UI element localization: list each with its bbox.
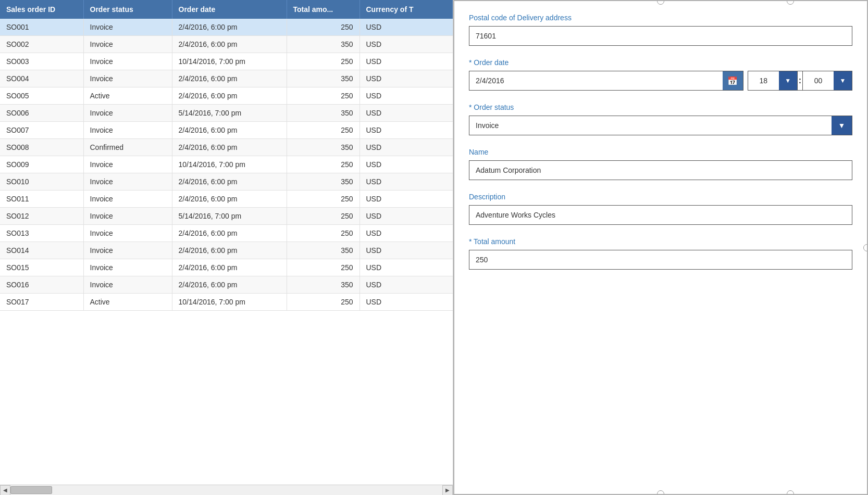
scroll-left-arrow[interactable]: ◀: [0, 485, 10, 496]
order-status-input[interactable]: [469, 116, 832, 135]
resize-handle-bottom-center[interactable]: [657, 490, 664, 495]
cell-so005-col2: 2/4/2016, 6:00 pm: [172, 87, 287, 105]
col-header-currency: Currency of T: [359, 0, 453, 19]
cell-so008-col1: Confirmed: [83, 139, 172, 156]
cell-so004-col2: 2/4/2016, 6:00 pm: [172, 70, 287, 87]
resize-handle-top-right[interactable]: [787, 0, 794, 5]
cell-so008-col2: 2/4/2016, 6:00 pm: [172, 139, 287, 156]
description-input[interactable]: [469, 205, 852, 225]
cell-so010-col0: SO010: [0, 173, 83, 191]
cell-so008-col0: SO008: [0, 139, 83, 156]
cell-so002-col2: 2/4/2016, 6:00 pm: [172, 36, 287, 53]
table-row[interactable]: SO009Invoice10/14/2016, 7:00 pm250USD: [0, 156, 453, 173]
cell-so012-col0: SO012: [0, 208, 83, 225]
cell-so003-col0: SO003: [0, 53, 83, 70]
cell-so017-col0: SO017: [0, 294, 83, 311]
table-wrapper[interactable]: Sales order ID Order status Order date T…: [0, 0, 453, 485]
table-row[interactable]: SO008Confirmed2/4/2016, 6:00 pm350USD: [0, 139, 453, 156]
cell-so015-col2: 2/4/2016, 6:00 pm: [172, 259, 287, 276]
cell-so001-col3: 250: [287, 19, 359, 36]
date-time-row: 📅 ▼ : ▼: [469, 71, 852, 91]
cell-so007-col2: 2/4/2016, 6:00 pm: [172, 122, 287, 139]
scrollbar-track[interactable]: [10, 485, 442, 495]
cell-so006-col0: SO006: [0, 105, 83, 122]
cell-so011-col0: SO011: [0, 191, 83, 208]
table-row[interactable]: SO010Invoice2/4/2016, 6:00 pm350USD: [0, 173, 453, 191]
table-panel: Sales order ID Order status Order date T…: [0, 0, 453, 495]
table-row[interactable]: SO012Invoice5/14/2016, 7:00 pm250USD: [0, 208, 453, 225]
name-label: Name: [469, 148, 852, 156]
cell-so003-col1: Invoice: [83, 53, 172, 70]
minutes-input[interactable]: [802, 71, 834, 91]
resize-handle-bottom-right[interactable]: [787, 490, 794, 495]
chevron-down-icon-3: ▼: [838, 121, 846, 130]
cell-so009-col3: 250: [287, 156, 359, 173]
cell-so015-col3: 250: [287, 259, 359, 276]
resize-handle-top-center[interactable]: [657, 0, 664, 5]
table-row[interactable]: SO001Invoice2/4/2016, 6:00 pm250USD: [0, 19, 453, 36]
hour-dropdown-button[interactable]: ▼: [779, 71, 798, 91]
cell-so003-col3: 250: [287, 53, 359, 70]
cell-so014-col2: 2/4/2016, 6:00 pm: [172, 242, 287, 259]
form-panel: Postal code of Delivery address Order da…: [453, 0, 868, 495]
table-row[interactable]: SO006Invoice5/14/2016, 7:00 pm350USD: [0, 105, 453, 122]
table-row[interactable]: SO011Invoice2/4/2016, 6:00 pm250USD: [0, 191, 453, 208]
cell-so013-col4: USD: [359, 225, 453, 242]
cell-so008-col3: 350: [287, 139, 359, 156]
order-date-input[interactable]: [469, 71, 723, 91]
table-row[interactable]: SO013Invoice2/4/2016, 6:00 pm250USD: [0, 225, 453, 242]
hour-input[interactable]: [748, 71, 779, 91]
cell-so011-col2: 2/4/2016, 6:00 pm: [172, 191, 287, 208]
time-select-wrapper: ▼ : ▼: [748, 71, 852, 91]
chevron-down-icon-2: ▼: [840, 77, 846, 84]
cell-so004-col1: Invoice: [83, 70, 172, 87]
cell-so001-col2: 2/4/2016, 6:00 pm: [172, 19, 287, 36]
cell-so007-col3: 250: [287, 122, 359, 139]
col-header-order-date: Order date: [172, 0, 287, 19]
table-row[interactable]: SO016Invoice2/4/2016, 6:00 pm350USD: [0, 276, 453, 294]
postal-code-input[interactable]: [469, 26, 852, 46]
cell-so007-col4: USD: [359, 122, 453, 139]
name-input[interactable]: [469, 160, 852, 180]
total-amount-input[interactable]: [469, 250, 852, 270]
cell-so016-col0: SO016: [0, 276, 83, 294]
cell-so017-col4: USD: [359, 294, 453, 311]
cell-so016-col3: 350: [287, 276, 359, 294]
cell-so013-col3: 250: [287, 225, 359, 242]
cell-so011-col1: Invoice: [83, 191, 172, 208]
cell-so006-col2: 5/14/2016, 7:00 pm: [172, 105, 287, 122]
table-row[interactable]: SO003Invoice10/14/2016, 7:00 pm250USD: [0, 53, 453, 70]
cell-so007-col1: Invoice: [83, 122, 172, 139]
table-row[interactable]: SO015Invoice2/4/2016, 6:00 pm250USD: [0, 259, 453, 276]
minutes-dropdown-button[interactable]: ▼: [834, 71, 852, 91]
table-row[interactable]: SO017Active10/14/2016, 7:00 pm250USD: [0, 294, 453, 311]
table-row[interactable]: SO002Invoice2/4/2016, 6:00 pm350USD: [0, 36, 453, 53]
cell-so008-col4: USD: [359, 139, 453, 156]
cell-so016-col2: 2/4/2016, 6:00 pm: [172, 276, 287, 294]
date-input-wrapper: 📅: [469, 71, 743, 91]
cell-so002-col4: USD: [359, 36, 453, 53]
table-row[interactable]: SO007Invoice2/4/2016, 6:00 pm250USD: [0, 122, 453, 139]
order-date-section: Order date 📅 ▼ : ▼: [469, 58, 852, 91]
col-header-sales-order-id: Sales order ID: [0, 0, 83, 19]
resize-handle-right-middle[interactable]: [863, 244, 868, 251]
table-row[interactable]: SO014Invoice2/4/2016, 6:00 pm350USD: [0, 242, 453, 259]
postal-code-section: Postal code of Delivery address: [469, 14, 852, 46]
scroll-right-arrow[interactable]: ▶: [442, 485, 453, 496]
cell-so012-col4: USD: [359, 208, 453, 225]
cell-so004-col4: USD: [359, 70, 453, 87]
cell-so003-col4: USD: [359, 53, 453, 70]
horizontal-scrollbar[interactable]: ◀ ▶: [0, 485, 453, 495]
order-status-label: Order status: [469, 103, 852, 111]
calendar-button[interactable]: 📅: [723, 71, 743, 91]
cell-so014-col4: USD: [359, 242, 453, 259]
table-row[interactable]: SO004Invoice2/4/2016, 6:00 pm350USD: [0, 70, 453, 87]
cell-so010-col3: 350: [287, 173, 359, 191]
order-status-dropdown-button[interactable]: ▼: [832, 116, 852, 135]
cell-so014-col3: 350: [287, 242, 359, 259]
scrollbar-thumb[interactable]: [10, 486, 52, 494]
cell-so017-col2: 10/14/2016, 7:00 pm: [172, 294, 287, 311]
cell-so006-col4: USD: [359, 105, 453, 122]
table-row[interactable]: SO005Active2/4/2016, 6:00 pm250USD: [0, 87, 453, 105]
cell-so015-col1: Invoice: [83, 259, 172, 276]
